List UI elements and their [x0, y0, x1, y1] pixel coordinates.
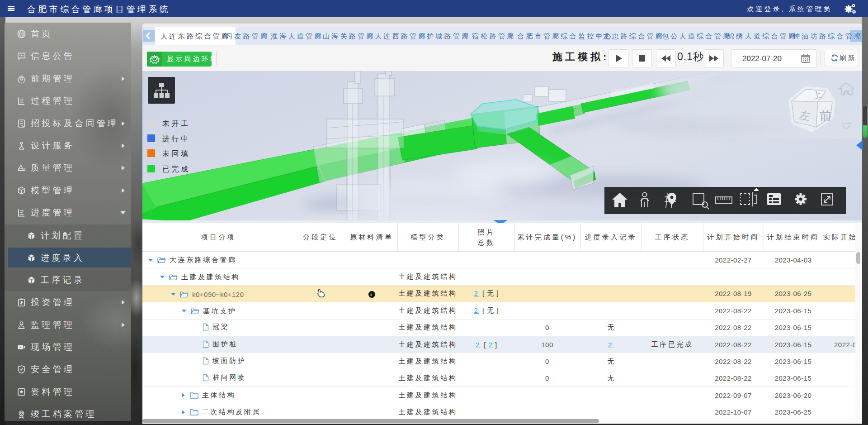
svg-text:前: 前	[820, 109, 832, 123]
